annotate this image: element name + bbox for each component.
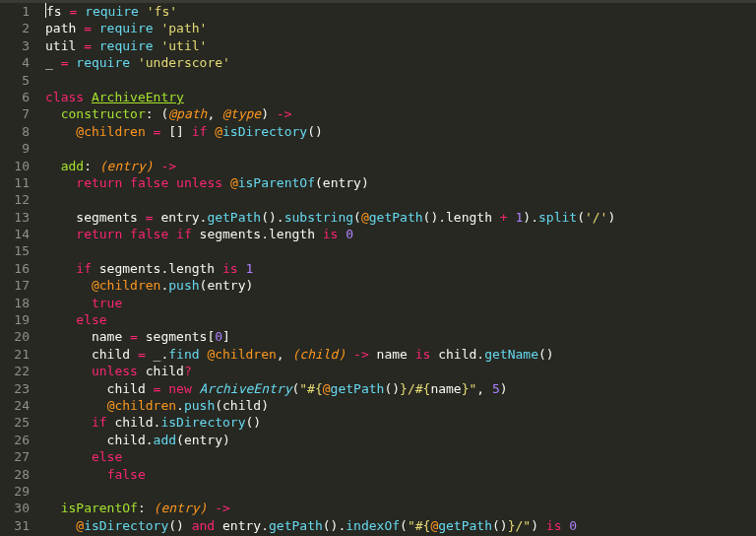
token-pln: child.	[45, 433, 154, 447]
token-pln	[45, 175, 76, 190]
token-pun: )	[361, 175, 369, 190]
code-line[interactable]: child.add(entry)	[45, 432, 756, 448]
token-pln: entry	[323, 175, 361, 190]
line-number: 11	[0, 174, 30, 191]
code-line[interactable]: name = segments[0]	[45, 328, 756, 345]
code-line[interactable]: util = require 'util'	[45, 37, 756, 54]
token-pln	[184, 518, 192, 533]
code-line[interactable]: else	[45, 448, 756, 465]
code-line[interactable]: class ArchiveEntry	[45, 89, 756, 105]
code-line[interactable]: add: (entry) ->	[45, 158, 756, 174]
token-call: substring	[284, 210, 353, 225]
token-pln	[45, 449, 92, 464]
code-line[interactable]: _ = require 'underscore'	[45, 54, 756, 71]
token-str: }/"	[508, 518, 531, 533]
token-pln	[238, 261, 246, 276]
token-op: =	[130, 329, 138, 344]
token-kw: if	[92, 415, 107, 430]
token-op: =	[84, 38, 92, 53]
token-pln: _	[45, 55, 61, 70]
token-str: 'util'	[160, 38, 207, 53]
code-line[interactable]: unless child?	[45, 363, 756, 379]
token-fn: add	[61, 159, 84, 173]
token-op: ->	[277, 106, 292, 121]
token-num: 0	[215, 329, 222, 344]
line-number: 5	[0, 72, 30, 89]
line-number: 29	[0, 483, 30, 500]
token-kw: return	[76, 175, 122, 190]
token-pln	[45, 227, 76, 241]
token-call: getPath	[369, 210, 423, 225]
code-line[interactable]	[45, 483, 756, 500]
code-area[interactable]: fs = require 'fs'path = require 'path'ut…	[39, 3, 756, 536]
code-line[interactable]: if segments.length is 1	[45, 260, 756, 277]
line-number: 24	[0, 397, 30, 414]
token-pun: ]	[222, 329, 230, 344]
token-pln	[45, 467, 107, 482]
token-kw: unless	[92, 364, 138, 378]
token-kw: if	[192, 124, 208, 139]
code-line[interactable]: path = require 'path'	[45, 20, 756, 36]
token-type: ArchiveEntry	[200, 381, 292, 396]
code-line[interactable]: segments = entry.getPath().substring(@ge…	[45, 209, 756, 226]
code-line[interactable]: isParentOf: (entry) ->	[45, 500, 756, 516]
line-number: 14	[0, 226, 30, 242]
code-line[interactable]: true	[45, 295, 756, 311]
line-number: 2	[0, 20, 30, 36]
token-pun: :	[138, 501, 146, 515]
token-pln	[45, 415, 92, 430]
line-number: 23	[0, 380, 30, 397]
token-kw: is	[323, 227, 339, 241]
code-line[interactable]: @isDirectory() and entry.getPath().index…	[45, 517, 756, 534]
token-pun: )	[607, 210, 615, 225]
code-line[interactable]	[45, 242, 756, 259]
token-call: indexOf	[346, 518, 400, 533]
code-line[interactable]: @children.push(child)	[45, 397, 756, 414]
token-pln: child	[222, 398, 261, 413]
token-pln	[45, 518, 76, 533]
line-number: 8	[0, 123, 30, 140]
code-line[interactable]: if child.isDirectory()	[45, 414, 756, 431]
token-kw: new	[168, 381, 191, 396]
token-str: "#{	[408, 518, 430, 533]
code-line[interactable]	[45, 191, 756, 208]
code-line[interactable]: return false if segments.length is 0	[45, 226, 756, 242]
token-pln	[92, 21, 99, 35]
token-pln: name	[369, 347, 415, 362]
code-line[interactable]: constructor: (@path, @type) ->	[45, 105, 756, 122]
line-number: 17	[0, 277, 30, 294]
code-line[interactable]: false	[45, 466, 756, 483]
code-line[interactable]	[45, 140, 756, 157]
token-pun: []	[168, 124, 184, 139]
token-pln: segments.length	[192, 227, 323, 241]
code-line[interactable]: @children = [] if @isDirectory()	[45, 123, 756, 140]
token-param: @type	[222, 106, 261, 121]
token-pun: (	[400, 518, 408, 533]
token-param: (entry)	[154, 501, 208, 515]
token-pln: entry.	[215, 518, 269, 533]
code-line[interactable]: fs = require 'fs'	[45, 3, 756, 20]
token-pln: child.	[430, 347, 484, 362]
code-line[interactable]: return false unless @isParentOf(entry)	[45, 174, 756, 191]
code-line[interactable]: @children.push(entry)	[45, 277, 756, 294]
token-this: @	[323, 381, 331, 396]
code-editor[interactable]: 1234567891011121314151617181920212223242…	[0, 3, 756, 536]
code-line[interactable]: child = _.find @children, (child) -> nam…	[45, 346, 756, 363]
code-line[interactable]	[45, 72, 756, 89]
token-str: '/'	[585, 210, 607, 225]
token-pun: (	[577, 210, 585, 225]
token-call: isDirectory	[84, 518, 168, 533]
token-pun: (	[215, 398, 222, 413]
token-kw: is	[222, 261, 238, 276]
line-number: 3	[0, 37, 30, 54]
code-line[interactable]: else	[45, 311, 756, 328]
token-num: 0	[569, 518, 577, 533]
token-op: +	[500, 210, 508, 225]
code-line[interactable]: child = new ArchiveEntry("#{@getPath()}/…	[45, 380, 756, 397]
token-op: ->	[160, 159, 176, 173]
token-pun: )	[246, 278, 254, 293]
token-pln	[45, 124, 76, 139]
token-pun: ()	[246, 415, 262, 430]
token-pln	[45, 312, 76, 327]
token-pln: segments	[45, 210, 146, 225]
